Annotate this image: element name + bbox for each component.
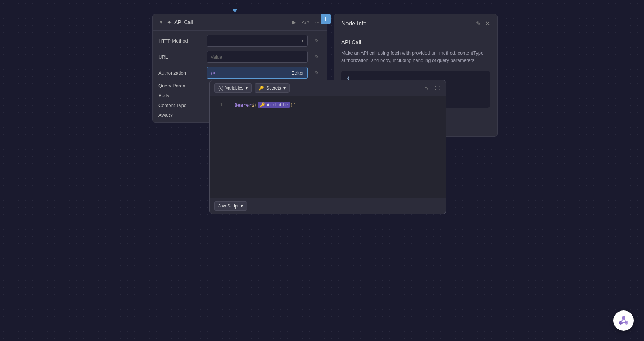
url-label: URL xyxy=(158,54,202,60)
language-select[interactable]: JavaScript ▾ xyxy=(214,201,247,211)
more-button[interactable]: ··· xyxy=(314,19,321,26)
connection-arrow xyxy=(235,0,235,10)
secret-name: Airtable xyxy=(267,102,288,107)
panel-actions: ▶ </> ··· xyxy=(291,19,321,26)
wand-button[interactable]: ⤡ xyxy=(423,84,431,92)
secrets-button[interactable]: 🔑 Secrets ▾ xyxy=(255,83,290,93)
node-info-header: Node Info ✎ ✕ xyxy=(334,14,497,33)
editor-toolbar: (x) Variables ▾ 🔑 Secrets ▾ ⤡ ⛶ xyxy=(210,80,446,96)
http-method-row: HTTP Method ▾ ✎ xyxy=(158,35,321,47)
http-method-label: HTTP Method xyxy=(158,38,202,44)
bearer-keyword: Bearer xyxy=(235,102,252,108)
line-number-1: 1 xyxy=(216,102,223,107)
info-icon: i xyxy=(325,16,326,22)
editor-toolbar-right: ⤡ ⛶ xyxy=(423,84,441,92)
node-info-close-button[interactable]: ✕ xyxy=(485,20,490,27)
fullscreen-button[interactable]: ⛶ xyxy=(433,84,441,92)
node-info-edit-button[interactable]: ✎ xyxy=(476,20,481,27)
node-icon: ✦ xyxy=(167,19,172,26)
code-line-1: ` Bearer ${ 🔑 Airtable }` xyxy=(232,102,296,108)
play-button[interactable]: ▶ xyxy=(291,19,298,26)
language-label: JavaScript xyxy=(218,203,239,209)
body-label: Body xyxy=(158,93,202,98)
editor-content[interactable]: 1 ` Bearer ${ 🔑 Airtable }` xyxy=(210,96,446,198)
panel-title: API Call xyxy=(174,19,288,25)
chevron-down-icon: ▾ xyxy=(302,39,304,43)
panel-header: ▾ ✦ API Call ▶ </> ··· xyxy=(153,14,327,31)
http-method-select[interactable]: ▾ xyxy=(207,35,308,47)
authorization-row: Authorization ƒx Editor ✎ xyxy=(158,67,321,79)
code-area: ` Bearer ${ 🔑 Airtable }` xyxy=(232,102,296,192)
authorization-editor-button[interactable]: ƒx Editor xyxy=(207,67,308,79)
await-label: Await? xyxy=(158,112,202,118)
language-chevron-icon: ▾ xyxy=(241,203,243,209)
node-info-api-title: API Call xyxy=(341,39,490,45)
code-button[interactable]: </> xyxy=(301,19,311,26)
secrets-label: Secrets xyxy=(266,86,281,91)
template-close: }` xyxy=(290,102,296,108)
http-method-edit-button[interactable]: ✎ xyxy=(312,37,321,44)
variable-icon: (x) xyxy=(218,86,223,91)
url-edit-button[interactable]: ✎ xyxy=(312,53,321,60)
authorization-label: Authorization xyxy=(158,70,202,76)
variables-label: Variables xyxy=(225,86,243,91)
content-type-label: Content Type xyxy=(158,103,202,108)
variables-button[interactable]: (x) Variables ▾ xyxy=(214,83,252,93)
logo-icon xyxy=(618,315,629,326)
secrets-chevron-icon: ▾ xyxy=(283,86,286,91)
url-input[interactable]: Value xyxy=(207,51,308,63)
secret-key-icon: 🔑 xyxy=(260,102,265,107)
collapse-button[interactable]: ▾ xyxy=(158,19,164,26)
text-cursor xyxy=(232,102,232,108)
line-numbers: 1 xyxy=(216,102,223,192)
template-open: ${ xyxy=(252,102,258,108)
authorization-edit-button[interactable]: ✎ xyxy=(312,69,321,76)
query-params-label: Query Param... xyxy=(158,83,202,88)
airtable-secret-badge: 🔑 Airtable xyxy=(258,102,290,108)
node-info-title: Node Info xyxy=(341,20,476,27)
editor-footer: JavaScript ▾ xyxy=(210,198,446,214)
key-icon: 🔑 xyxy=(259,86,264,91)
node-info-actions: ✎ ✕ xyxy=(476,20,490,27)
editor-overlay: (x) Variables ▾ 🔑 Secrets ▾ ⤡ ⛶ 1 ` Bear… xyxy=(209,80,446,214)
logo-button[interactable] xyxy=(613,310,634,331)
variables-chevron-icon: ▾ xyxy=(246,86,248,91)
fx-icon: ƒx xyxy=(211,70,215,75)
url-placeholder: Value xyxy=(211,54,222,60)
url-row: URL Value ✎ xyxy=(158,51,321,63)
node-info-description: Make an API call using fetch with provid… xyxy=(341,49,490,64)
info-badge[interactable]: i xyxy=(321,14,331,24)
authorization-value: Editor xyxy=(291,70,304,76)
